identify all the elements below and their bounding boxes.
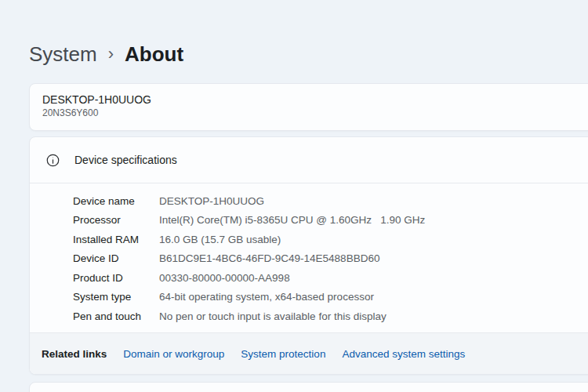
spec-label: System type <box>73 291 159 303</box>
spec-value: No pen or touch input is available for t… <box>159 310 387 322</box>
spec-table: Device name DESKTOP-1H0UUOG Processor In… <box>30 183 588 333</box>
spec-value: B61DC9E1-4BC6-46FD-9C49-14E5488BBD60 <box>159 252 379 264</box>
spec-label: Device ID <box>73 252 159 264</box>
spec-row-pen-and-touch: Pen and touch No pen or touch input is a… <box>73 307 588 326</box>
related-links-row: Related links Domain or workgroup System… <box>30 332 588 374</box>
related-links-title: Related links <box>42 348 107 360</box>
spec-label: Product ID <box>73 272 159 284</box>
page-title: About <box>125 42 183 67</box>
spec-row-device-name: Device name DESKTOP-1H0UUOG <box>73 191 588 211</box>
spec-label: Installed RAM <box>73 234 159 245</box>
device-name: DESKTOP-1H0UUOG <box>42 93 588 107</box>
spec-row-device-id: Device ID B61DC9E1-4BC6-46FD-9C49-14E548… <box>73 249 588 269</box>
next-section-card[interactable] <box>29 382 588 392</box>
device-specifications-card: Device specifications Device name DESKTO… <box>29 136 588 375</box>
link-advanced-system-settings[interactable]: Advanced system settings <box>342 348 465 360</box>
spec-label: Pen and touch <box>73 310 159 322</box>
spec-value: DESKTOP-1H0UUOG <box>159 195 264 207</box>
info-icon <box>46 154 60 167</box>
spec-row-product-id: Product ID 00330-80000-00000-AA998 <box>73 268 588 288</box>
spec-value: 64-bit operating system, x64-based proce… <box>159 291 374 303</box>
spec-value: 00330-80000-00000-AA998 <box>159 272 290 284</box>
device-specifications-header[interactable]: Device specifications <box>30 137 588 183</box>
link-system-protection[interactable]: System protection <box>241 348 325 360</box>
spec-row-installed-ram: Installed RAM 16.0 GB (15.7 GB usable) <box>73 230 588 249</box>
spec-value: Intel(R) Core(TM) i5-8365U CPU @ 1.60GHz… <box>159 214 425 226</box>
breadcrumb: System › About <box>29 41 183 67</box>
device-name-card: DESKTOP-1H0UUOG 20N3S6Y600 <box>29 83 588 131</box>
section-title: Device specifications <box>74 154 177 166</box>
spec-label: Device name <box>73 195 159 207</box>
spec-value: 16.0 GB (15.7 GB usable) <box>159 234 281 245</box>
link-domain-or-workgroup[interactable]: Domain or workgroup <box>123 348 224 360</box>
chevron-right-icon: › <box>108 41 114 67</box>
breadcrumb-system[interactable]: System <box>29 42 97 67</box>
spec-row-system-type: System type 64-bit operating system, x64… <box>73 288 588 307</box>
spec-label: Processor <box>73 214 159 226</box>
device-model: 20N3S6Y600 <box>42 107 588 119</box>
spec-row-processor: Processor Intel(R) Core(TM) i5-8365U CPU… <box>73 211 588 230</box>
